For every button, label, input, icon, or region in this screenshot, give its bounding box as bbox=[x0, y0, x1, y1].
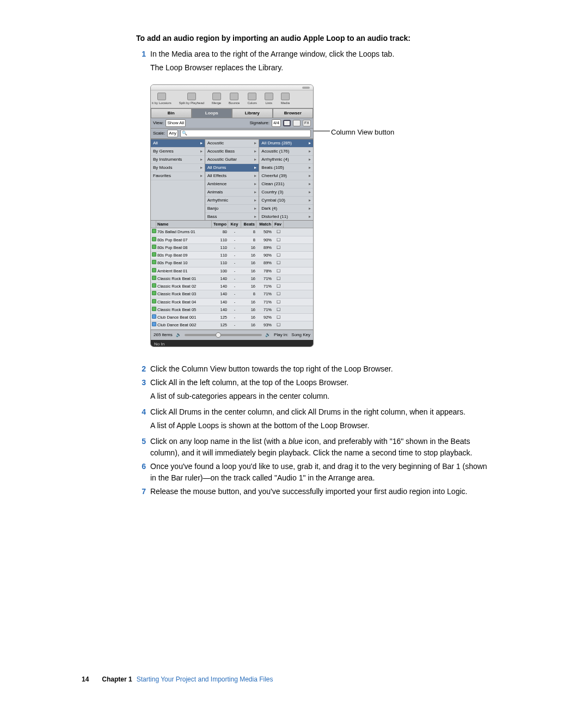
step-number: 6 bbox=[136, 461, 146, 484]
step-7: 7 Release the mouse button, and you've s… bbox=[136, 486, 490, 497]
step-number: 3 bbox=[136, 377, 146, 388]
step-3-sub: A list of sub-categories appears in the … bbox=[150, 391, 490, 402]
view-label: View: bbox=[153, 120, 163, 126]
signature-select[interactable]: 4/4 bbox=[272, 119, 281, 127]
speaker-icon: 🔊 bbox=[265, 332, 271, 338]
step-number: 1 bbox=[136, 48, 146, 60]
results-header: Name Tempo Key Beats Match Fav bbox=[151, 221, 313, 228]
browser-column-item[interactable]: Distorted (11)▸ bbox=[259, 213, 313, 220]
chapter-title: Starting Your Project and Importing Medi… bbox=[137, 674, 273, 684]
browser-column-item[interactable]: Acoustic Bass▸ bbox=[205, 148, 259, 156]
browser-column-item[interactable]: Dark (4)▸ bbox=[259, 205, 313, 213]
step-1: 1 In the Media area to the right of the … bbox=[136, 48, 490, 60]
results-row[interactable]: 80s Pop Beat 08110-1689%☐ bbox=[151, 244, 313, 252]
step-text: Once you've found a loop you'd like to u… bbox=[150, 461, 490, 484]
tab[interactable]: Bin bbox=[151, 108, 192, 118]
browser-column-item[interactable]: All Effects▸ bbox=[205, 172, 259, 180]
browser-column-item[interactable]: By Moods▸ bbox=[151, 164, 205, 172]
toolbar-button[interactable]: Bounce bbox=[229, 93, 240, 106]
results-row[interactable]: Classic Rock Beat 05140-1671%☐ bbox=[151, 306, 313, 314]
step-3: 3 Click All in the left column, at the t… bbox=[136, 377, 490, 388]
browser-column-item[interactable]: Acoustic (176)▸ bbox=[259, 148, 313, 156]
browser-column-item[interactable]: Country (3)▸ bbox=[259, 188, 313, 197]
browser-column-item[interactable]: Animals▸ bbox=[205, 188, 259, 197]
browser-column-item[interactable]: Beats (105)▸ bbox=[259, 164, 313, 172]
results-row[interactable]: Club Dance Beat 002125-1693%☐ bbox=[151, 321, 313, 329]
browser-column-item[interactable]: All▸ bbox=[151, 139, 205, 148]
toolbar-button[interactable]: Colors bbox=[247, 93, 256, 106]
results-row[interactable]: Classic Rock Beat 04140-1671%☐ bbox=[151, 299, 313, 306]
view-select[interactable]: Show All bbox=[166, 119, 186, 127]
playin-select[interactable]: Song Key bbox=[291, 332, 310, 338]
step-5: 5 Click on any loop name in the list (wi… bbox=[136, 436, 490, 459]
callout-label: Column View button bbox=[331, 127, 394, 138]
playin-label: Play in: bbox=[274, 332, 288, 338]
browser-column-item[interactable]: Favorites▸ bbox=[151, 172, 205, 180]
step-6: 6 Once you've found a loop you'd like to… bbox=[136, 461, 490, 484]
results-row[interactable]: Ambient Beat 01100-1678%☐ bbox=[151, 267, 313, 275]
step-text: Click All in the left column, at the top… bbox=[150, 377, 490, 388]
results-row[interactable]: 80s Pop Beat 09110-1690%☐ bbox=[151, 252, 313, 259]
browser-column-item[interactable]: Acoustic Guitar▸ bbox=[205, 156, 259, 164]
loop-browser-screenshot: it by LocatorsSplit by PlayheadMergeBoun… bbox=[150, 84, 314, 347]
toolbar-button[interactable]: Media bbox=[281, 93, 290, 106]
column-view-button[interactable] bbox=[283, 120, 291, 126]
step-2: 2 Click the Column View button towards t… bbox=[136, 363, 490, 375]
step-number: 5 bbox=[136, 436, 146, 459]
step-4-sub: A list of Apple Loops is shown at the bo… bbox=[150, 420, 490, 431]
scale-select[interactable]: Any bbox=[167, 130, 178, 137]
page-footer: 14 Chapter 1 Starting Your Project and I… bbox=[82, 674, 490, 684]
volume-slider[interactable] bbox=[185, 334, 262, 336]
results-row[interactable]: 80s Pop Beat 10110-1689%☐ bbox=[151, 259, 313, 267]
no-in-label: No In bbox=[154, 342, 164, 346]
results-row[interactable]: 80s Pop Beat 07110-890%☐ bbox=[151, 236, 313, 244]
step-text: In the Media area to the right of the Ar… bbox=[150, 48, 490, 60]
page-number: 14 bbox=[82, 674, 89, 684]
results-row[interactable]: Classic Rock Beat 01140-1671%☐ bbox=[151, 275, 313, 283]
results-row[interactable]: Club Dance Beat 001125-1692%☐ bbox=[151, 314, 313, 321]
section-heading: To add an audio region by importing an a… bbox=[136, 33, 490, 44]
toolbar-button[interactable]: Merge bbox=[212, 93, 221, 106]
browser-column-item[interactable]: Acoustic▸ bbox=[205, 139, 259, 148]
toolbar-button[interactable]: it by Locators bbox=[152, 93, 171, 106]
browser-column-item[interactable]: Banjo▸ bbox=[205, 205, 259, 213]
item-count: 265 items bbox=[154, 332, 173, 338]
music-view-button[interactable] bbox=[293, 120, 301, 126]
browser-column-item[interactable]: All Drums▸ bbox=[205, 164, 259, 172]
browser-column-item[interactable]: All Drums (285)▸ bbox=[259, 139, 313, 148]
scale-label: Scale: bbox=[153, 130, 165, 137]
step-number: 4 bbox=[136, 406, 146, 418]
step-number: 2 bbox=[136, 363, 146, 375]
tab[interactable]: Library bbox=[232, 108, 273, 118]
browser-column-item[interactable]: Arrhythmic▸ bbox=[205, 197, 259, 205]
step-4: 4 Click All Drums in the center column, … bbox=[136, 406, 490, 418]
results-row[interactable]: Classic Rock Beat 02140-1671%☐ bbox=[151, 283, 313, 290]
search-input[interactable]: 🔍 bbox=[180, 130, 311, 137]
browser-column-item[interactable]: Cheerful (39)▸ bbox=[259, 172, 313, 180]
step-text: Click All Drums in the center column, an… bbox=[150, 406, 490, 418]
step-text: Release the mouse button, and you've suc… bbox=[150, 486, 490, 497]
browser-column-item[interactable]: Clean (231)▸ bbox=[259, 180, 313, 188]
tab[interactable]: Browser bbox=[273, 108, 314, 118]
step-text: Click on any loop name in the list (with… bbox=[150, 436, 490, 459]
results-row[interactable]: Classic Rock Beat 03140-871%☐ bbox=[151, 290, 313, 298]
results-row[interactable]: 70s Ballad Drums 0180-850%☐ bbox=[151, 228, 313, 236]
speaker-icon: 🔈 bbox=[176, 332, 181, 338]
tab[interactable]: Loops bbox=[192, 108, 232, 118]
browser-column-item[interactable]: Bass▸ bbox=[205, 213, 259, 220]
chapter-label: Chapter 1 bbox=[102, 674, 132, 684]
signature-label: Signature: bbox=[249, 120, 269, 126]
fx-button[interactable]: FX bbox=[303, 120, 311, 127]
browser-column-item[interactable]: Ambience▸ bbox=[205, 180, 259, 188]
browser-column-item[interactable]: By Instruments▸ bbox=[151, 156, 205, 164]
toolbar-button[interactable]: Split by Playhead bbox=[179, 93, 204, 106]
step-1-sub: The Loop Browser replaces the Library. bbox=[150, 62, 490, 74]
toolbar-button[interactable]: Lists bbox=[265, 93, 273, 106]
step-number: 7 bbox=[136, 486, 146, 497]
step-text: Click the Column View button towards the… bbox=[150, 363, 490, 375]
browser-column-item[interactable]: Arrhythmic (4)▸ bbox=[259, 156, 313, 164]
browser-column-item[interactable]: By Genres▸ bbox=[151, 148, 205, 156]
callout-line bbox=[314, 131, 330, 131]
browser-column-item[interactable]: Cymbal (10)▸ bbox=[259, 197, 313, 205]
